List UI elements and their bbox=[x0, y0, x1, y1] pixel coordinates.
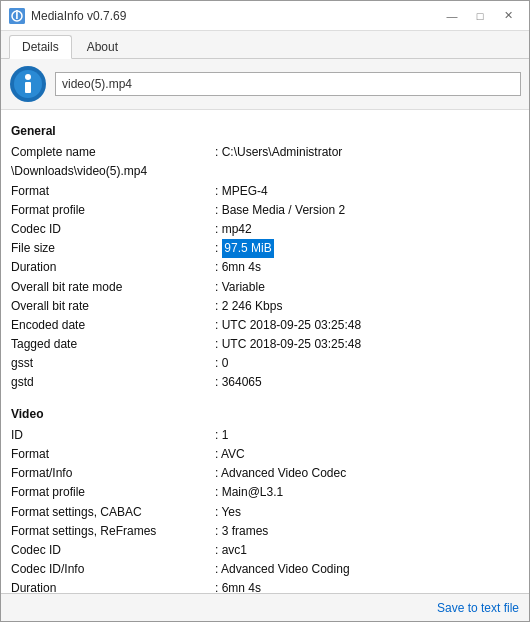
info-label: ID bbox=[11, 426, 211, 445]
video-section-header: Video bbox=[11, 405, 519, 424]
info-value: : Base Media / Version 2 bbox=[215, 201, 345, 220]
info-value: : mp42 bbox=[215, 220, 252, 239]
file-icon bbox=[9, 65, 47, 103]
info-label: Duration bbox=[11, 579, 211, 593]
info-label: Overall bit rate mode bbox=[11, 278, 211, 297]
info-label: Format/Info bbox=[11, 464, 211, 483]
table-row: \Downloads\video(5).mp4 bbox=[11, 162, 519, 181]
minimize-button[interactable]: — bbox=[439, 6, 465, 26]
tab-bar: Details About bbox=[1, 31, 529, 59]
app-window: i MediaInfo v0.7.69 — □ ✕ Details About bbox=[0, 0, 530, 622]
save-to-text-link[interactable]: Save to text file bbox=[437, 601, 519, 615]
tab-about[interactable]: About bbox=[74, 35, 131, 58]
table-row: Overall bit rate mode : Variable bbox=[11, 278, 519, 297]
info-value: : 1 bbox=[215, 426, 228, 445]
file-size-value: 97.5 MiB bbox=[222, 239, 273, 258]
table-row: Codec ID/Info : Advanced Video Coding bbox=[11, 560, 519, 579]
info-value: : 0 bbox=[215, 354, 228, 373]
info-label: Format bbox=[11, 182, 211, 201]
table-row: Duration : 6mn 4s bbox=[11, 258, 519, 277]
svg-text:i: i bbox=[15, 8, 18, 22]
general-section-header: General bbox=[11, 122, 519, 141]
svg-point-5 bbox=[25, 74, 31, 80]
info-value: : Variable bbox=[215, 278, 265, 297]
info-label: gstd bbox=[11, 373, 211, 392]
table-row: Format settings, CABAC : Yes bbox=[11, 503, 519, 522]
info-label: Format settings, ReFrames bbox=[11, 522, 211, 541]
table-row: Format profile : Base Media / Version 2 bbox=[11, 201, 519, 220]
info-value: : C:\Users\Administrator bbox=[215, 143, 342, 162]
table-row: gsst : 0 bbox=[11, 354, 519, 373]
info-label: Codec ID/Info bbox=[11, 560, 211, 579]
table-row: Format : MPEG-4 bbox=[11, 182, 519, 201]
info-label: Complete name bbox=[11, 143, 211, 162]
file-path-input[interactable] bbox=[55, 72, 521, 96]
info-value: : 364065 bbox=[215, 373, 262, 392]
table-row: gstd : 364065 bbox=[11, 373, 519, 392]
info-label: Encoded date bbox=[11, 316, 211, 335]
table-row: Format profile : Main@L3.1 bbox=[11, 483, 519, 502]
info-value: : 2 246 Kbps bbox=[215, 297, 282, 316]
title-bar-left: i MediaInfo v0.7.69 bbox=[9, 8, 126, 24]
file-bar bbox=[1, 59, 529, 110]
info-value: : UTC 2018-09-25 03:25:48 bbox=[215, 316, 361, 335]
table-row: Format/Info : Advanced Video Codec bbox=[11, 464, 519, 483]
info-value: : Advanced Video Coding bbox=[215, 560, 350, 579]
info-value: : MPEG-4 bbox=[215, 182, 268, 201]
close-button[interactable]: ✕ bbox=[495, 6, 521, 26]
table-row: Duration : 6mn 4s bbox=[11, 579, 519, 593]
info-label: Duration bbox=[11, 258, 211, 277]
table-row: Codec ID : avc1 bbox=[11, 541, 519, 560]
info-label: Tagged date bbox=[11, 335, 211, 354]
title-bar: i MediaInfo v0.7.69 — □ ✕ bbox=[1, 1, 529, 31]
table-row: Encoded date : UTC 2018-09-25 03:25:48 bbox=[11, 316, 519, 335]
info-value: : Main@L3.1 bbox=[215, 483, 283, 502]
info-value: : Advanced Video Codec bbox=[215, 464, 346, 483]
table-row: Codec ID : mp42 bbox=[11, 220, 519, 239]
info-value: : bbox=[215, 239, 218, 258]
table-row: Complete name : C:\Users\Administrator bbox=[11, 143, 519, 162]
info-value: : avc1 bbox=[215, 541, 247, 560]
info-label: gsst bbox=[11, 354, 211, 373]
table-row: ID : 1 bbox=[11, 426, 519, 445]
info-label: File size bbox=[11, 239, 211, 258]
bottom-bar: Save to text file bbox=[1, 593, 529, 621]
content-area: General Complete name : C:\Users\Adminis… bbox=[1, 110, 529, 593]
info-value: : Yes bbox=[215, 503, 241, 522]
window-title: MediaInfo v0.7.69 bbox=[31, 9, 126, 23]
info-label: Format settings, CABAC bbox=[11, 503, 211, 522]
app-icon: i bbox=[9, 8, 25, 24]
info-value: : AVC bbox=[215, 445, 245, 464]
info-value: : UTC 2018-09-25 03:25:48 bbox=[215, 335, 361, 354]
table-row: File size : 97.5 MiB bbox=[11, 239, 519, 258]
info-label: Codec ID bbox=[11, 541, 211, 560]
info-panel[interactable]: General Complete name : C:\Users\Adminis… bbox=[1, 110, 529, 593]
svg-rect-6 bbox=[25, 82, 31, 93]
table-row: Format settings, ReFrames : 3 frames bbox=[11, 522, 519, 541]
info-value: : 3 frames bbox=[215, 522, 268, 541]
info-value: : 6mn 4s bbox=[215, 579, 261, 593]
info-label: Codec ID bbox=[11, 220, 211, 239]
info-label: Format profile bbox=[11, 201, 211, 220]
info-label: Overall bit rate bbox=[11, 297, 211, 316]
info-label: Format bbox=[11, 445, 211, 464]
table-row: Format : AVC bbox=[11, 445, 519, 464]
window-controls: — □ ✕ bbox=[439, 6, 521, 26]
info-label: Format profile bbox=[11, 483, 211, 502]
table-row: Tagged date : UTC 2018-09-25 03:25:48 bbox=[11, 335, 519, 354]
tab-details[interactable]: Details bbox=[9, 35, 72, 59]
maximize-button[interactable]: □ bbox=[467, 6, 493, 26]
table-row: Overall bit rate : 2 246 Kbps bbox=[11, 297, 519, 316]
info-value: : 6mn 4s bbox=[215, 258, 261, 277]
info-label: \Downloads\video(5).mp4 bbox=[11, 162, 211, 181]
